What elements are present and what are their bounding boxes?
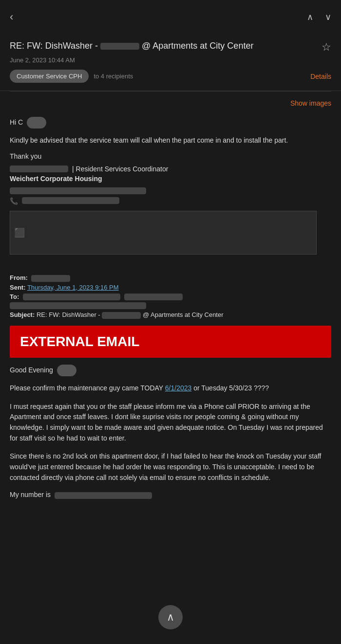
para1-date: 6/1/2023	[165, 384, 192, 392]
to-redacted	[23, 294, 120, 300]
subject-label-fwd: Subject:	[10, 311, 35, 318]
star-button[interactable]: ☆	[322, 41, 331, 54]
details-button[interactable]: Details	[310, 73, 331, 80]
to-redacted-3	[10, 302, 146, 309]
good-evening-label: Good Evening	[10, 366, 53, 374]
my-number-label: My number is	[10, 491, 51, 498]
from-label: From:	[10, 274, 28, 281]
email-body: Show images Hi C Kindly be advised that …	[0, 92, 341, 509]
body-paragraph-fwd-1: Please confirm the maintenance guy came …	[10, 383, 331, 394]
subject-row-fwd: Subject: RE: FW: DishWasher - @ Apartmen…	[10, 311, 331, 319]
subject-redacted-fwd	[102, 312, 141, 319]
email-date: June 2, 2023 10:44 AM	[10, 56, 331, 64]
sender-info: Customer Service CPH to 4 recipients	[10, 70, 133, 83]
from-row: From:	[10, 274, 331, 282]
sent-value: Thursday, June 1, 2023 9:16 PM	[27, 284, 119, 291]
avatar-redacted	[27, 117, 46, 129]
sender-row: Customer Service CPH to 4 recipients Det…	[10, 70, 331, 83]
signature-role: | Resident Services Coordinator	[72, 165, 168, 173]
sent-label: Sent:	[10, 284, 26, 291]
back-button[interactable]: ‹	[10, 12, 13, 22]
top-bar: ‹ ∧ ∨	[0, 0, 341, 34]
scroll-to-top-button[interactable]: ∧	[158, 605, 183, 629]
next-email-button[interactable]: ∨	[325, 12, 331, 22]
redacted-info-1	[10, 187, 146, 194]
to-redacted-2	[124, 294, 183, 300]
email-greeting: Hi C	[10, 117, 331, 129]
good-evening-text: Good Evening	[10, 365, 331, 376]
sender-chip[interactable]: Customer Service CPH	[10, 70, 89, 83]
subject-text-part1: RE: FW: DishWasher -	[10, 41, 100, 51]
recipients: to 4 recipients	[94, 73, 133, 80]
to-row: To:	[10, 293, 331, 301]
scroll-up-icon: ∧	[167, 611, 174, 624]
show-images-button[interactable]: Show images	[290, 99, 331, 107]
to-label: To:	[10, 293, 19, 300]
from-redacted	[31, 275, 70, 282]
subject-text-part2: @ Apartments at City Center	[139, 41, 253, 51]
recipient-avatar	[57, 365, 76, 376]
to-row-cont	[10, 302, 331, 309]
redact-row-2: 📞	[10, 197, 331, 205]
my-number-text: My number is	[10, 491, 331, 498]
signature-name-redacted	[10, 166, 68, 172]
prev-email-button[interactable]: ∧	[307, 12, 313, 22]
subject-redacted	[100, 43, 139, 50]
forwarded-section: From: Sent: Thursday, June 1, 2023 9:16 …	[10, 269, 331, 498]
nav-arrows: ∧ ∨	[307, 12, 331, 22]
external-email-banner: EXTERNAL EMAIL	[10, 326, 331, 358]
sent-row: Sent: Thursday, June 1, 2023 9:16 PM	[10, 284, 331, 291]
phone-prefix: 📞	[10, 197, 18, 205]
body-paragraph-1: Kindly be advised that the service team …	[10, 135, 331, 146]
subject-value-fwd: RE: FW: DishWasher - @ Apartments at Cit…	[37, 311, 224, 318]
body-paragraph-fwd-2: I must request again that you or the sta…	[10, 402, 331, 444]
email-subject: RE: FW: DishWasher - @ Apartments at Cit…	[10, 40, 317, 52]
greeting-text: Hi C	[10, 118, 23, 126]
signature-line-1: | Resident Services Coordinator	[10, 165, 331, 173]
para1-text-2: or Tuesday 5/30/23 ????	[193, 384, 269, 392]
email-image-placeholder	[10, 211, 317, 255]
phone-number-redacted	[55, 492, 152, 499]
show-images-container: Show images	[10, 99, 331, 107]
body-paragraph-fwd-3: Since there is no 2nd lock on this apart…	[10, 451, 331, 483]
redacted-info-2	[22, 197, 119, 204]
thank-you-text: Thank you	[10, 152, 331, 160]
redact-row-1	[10, 186, 331, 194]
subject-row: RE: FW: DishWasher - @ Apartments at Cit…	[10, 40, 331, 54]
signature-company: Weichert Corporate Housing	[10, 175, 331, 183]
email-header: RE: FW: DishWasher - @ Apartments at Cit…	[0, 34, 341, 91]
para1-text-1: Please confirm the maintenance guy came …	[10, 384, 163, 392]
